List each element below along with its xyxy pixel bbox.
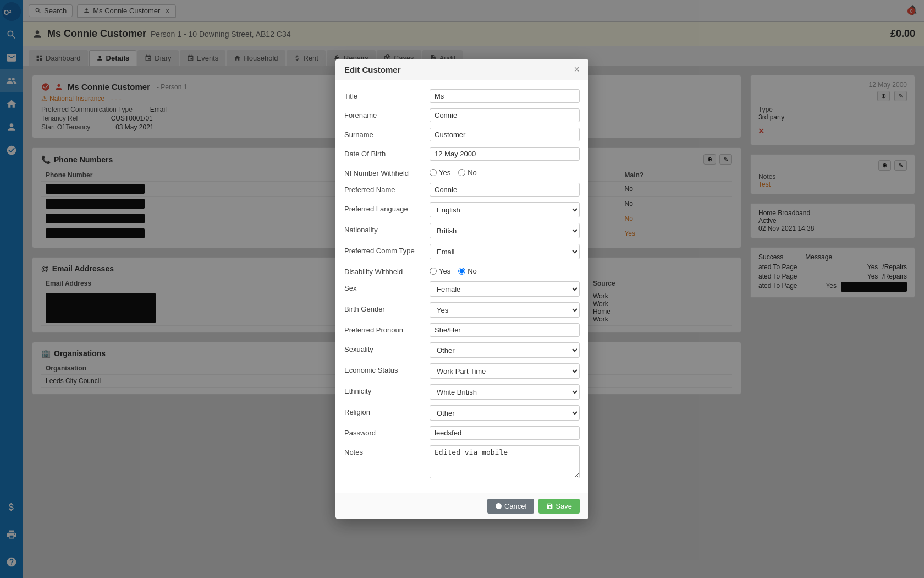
save-button[interactable]: Save (538, 499, 580, 514)
ni-withheld-radio-group: Yes No (430, 166, 477, 177)
birth-gender-select[interactable]: Yes No (430, 302, 580, 318)
ethnicity-label: Ethnicity (344, 384, 430, 395)
forename-field-label: Forename (344, 108, 430, 119)
preferred-name-label: Preferred Name (344, 183, 430, 194)
nationality-select[interactable]: British Other (430, 223, 580, 238)
form-row-religion: Religion Other Christian None (344, 405, 580, 421)
form-row-preferred-comm: Preferred Comm Type Email Phone Post (344, 244, 580, 259)
dob-field-label: Date Of Birth (344, 147, 430, 158)
form-row-disability: Disability Withheld Yes No (344, 265, 580, 276)
religion-label: Religion (344, 405, 430, 416)
preferred-pronoun-field[interactable] (430, 323, 580, 337)
disability-label: Disability Withheld (344, 265, 430, 276)
form-row-birth-gender: Birth Gender Yes No (344, 302, 580, 318)
disability-yes-text: Yes (439, 267, 450, 275)
ni-withheld-no-label[interactable]: No (458, 168, 477, 177)
economic-status-label: Economic Status (344, 363, 430, 374)
form-row-password: Password (344, 426, 580, 440)
password-label: Password (344, 426, 430, 437)
birth-gender-label: Birth Gender (344, 302, 430, 313)
sexuality-label: Sexuality (344, 342, 430, 353)
surname-field[interactable] (430, 128, 580, 141)
forename-field[interactable] (430, 108, 580, 122)
modal-title: Edit Customer (344, 65, 401, 74)
ni-withheld-yes-label[interactable]: Yes (430, 168, 450, 177)
ni-no-text: No (468, 168, 477, 177)
religion-select[interactable]: Other Christian None (430, 405, 580, 421)
notes-field[interactable]: Edited via mobile (430, 445, 580, 478)
sex-select[interactable]: Female Male Other (430, 281, 580, 297)
form-row-ni-withheld: NI Number Withheld Yes No (344, 166, 580, 177)
notes-field-label: Notes (344, 445, 430, 456)
disability-no-label[interactable]: No (458, 267, 477, 275)
dob-field[interactable] (430, 147, 580, 161)
form-row-preferred-pronoun: Preferred Pronoun (344, 323, 580, 337)
ni-yes-text: Yes (439, 168, 450, 177)
cancel-label: Cancel (504, 502, 526, 510)
form-row-nationality: Nationality British Other (344, 223, 580, 238)
disability-no-text: No (468, 267, 477, 275)
disability-yes-label[interactable]: Yes (430, 267, 450, 275)
preferred-language-label: Preferred Language (344, 202, 430, 213)
form-row-ethnicity: Ethnicity White British Other (344, 384, 580, 400)
preferred-pronoun-label: Preferred Pronoun (344, 323, 430, 334)
surname-field-label: Surname (344, 128, 430, 139)
preferred-language-select[interactable]: English Welsh Other (430, 202, 580, 217)
form-row-sexuality: Sexuality Other Heterosexual Gay (344, 342, 580, 358)
form-row-preferred-name: Preferred Name (344, 183, 580, 197)
ethnicity-select[interactable]: White British Other (430, 384, 580, 400)
edit-customer-modal: Edit Customer × Title Forename Surname D… (336, 59, 588, 519)
title-field[interactable] (430, 89, 580, 103)
cancel-button[interactable]: Cancel (487, 499, 534, 514)
modal-header: Edit Customer × (336, 59, 588, 80)
disability-no[interactable] (458, 268, 465, 275)
disability-yes[interactable] (430, 268, 437, 275)
form-row-economic-status: Economic Status Work Part Time Work Full… (344, 363, 580, 379)
sexuality-select[interactable]: Other Heterosexual Gay (430, 342, 580, 358)
save-label: Save (556, 502, 572, 510)
form-row-preferred-language: Preferred Language English Welsh Other (344, 202, 580, 217)
form-row-dob: Date Of Birth (344, 147, 580, 161)
form-row-forename: Forename (344, 108, 580, 122)
modal-overlay[interactable]: Edit Customer × Title Forename Surname D… (0, 0, 924, 578)
ni-withheld-label: NI Number Withheld (344, 166, 430, 177)
sex-label: Sex (344, 281, 430, 292)
preferred-comm-label: Preferred Comm Type (344, 244, 430, 255)
nationality-label: Nationality (344, 223, 430, 234)
form-row-sex: Sex Female Male Other (344, 281, 580, 297)
ni-withheld-no[interactable] (458, 169, 465, 176)
modal-footer: Cancel Save (336, 493, 588, 519)
modal-close-button[interactable]: × (574, 64, 580, 74)
ni-withheld-yes[interactable] (430, 169, 437, 176)
modal-body: Title Forename Surname Date Of Birth NI … (336, 80, 588, 493)
economic-status-select[interactable]: Work Part Time Work Full Time Unemployed (430, 363, 580, 379)
form-row-title: Title (344, 89, 580, 103)
disability-radio-group: Yes No (430, 265, 477, 275)
preferred-name-field[interactable] (430, 183, 580, 197)
form-row-surname: Surname (344, 128, 580, 141)
form-row-notes: Notes Edited via mobile (344, 445, 580, 478)
preferred-comm-select[interactable]: Email Phone Post (430, 244, 580, 259)
password-field[interactable] (430, 426, 580, 440)
title-field-label: Title (344, 89, 430, 100)
